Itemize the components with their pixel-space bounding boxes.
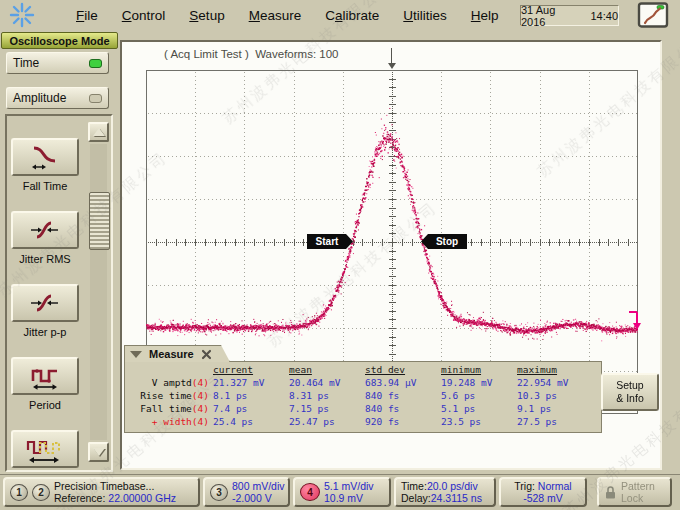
menu-item-help[interactable]: Help — [471, 8, 499, 23]
setup-info-button[interactable]: Setup & Info — [601, 373, 659, 411]
period-button[interactable] — [11, 357, 79, 395]
measure-row-label: Fall time(4) — [125, 402, 213, 415]
agilent-logo-icon — [8, 2, 36, 28]
channel-3-button[interactable]: 3 800 mV/div -2.000 V — [203, 477, 290, 507]
menu-item-setup[interactable]: Setup — [189, 8, 224, 23]
collapse-icon[interactable] — [130, 351, 142, 358]
pattern-label: Pattern — [621, 480, 655, 492]
jitter-pp-icon — [28, 289, 62, 317]
measure-column-header: minimum — [441, 363, 517, 376]
time-label: Time: — [401, 480, 427, 492]
measure-value: 683.94 µV — [365, 376, 441, 389]
trigger-button[interactable]: Trig: Normal -528 mV — [499, 477, 587, 507]
time-reference-arrow-icon — [388, 63, 396, 69]
jitter-p-p-button[interactable] — [11, 284, 79, 322]
channel-3-offset: -2.000 V — [232, 492, 272, 504]
led-on-icon — [89, 59, 102, 68]
measure-column-header: std dev — [365, 363, 441, 376]
menu-item-control[interactable]: Control — [122, 8, 166, 23]
time-mode-label: Time — [13, 56, 89, 70]
measure-value: 9.1 ps — [517, 402, 593, 415]
fall-time-icon — [28, 143, 62, 171]
datetime-display: 31 Aug 2016 14:40 — [520, 5, 619, 26]
menu: FileControlSetupMeasureCalibrateUtilitie… — [76, 0, 499, 30]
scrollbar-up-button[interactable] — [88, 122, 109, 142]
date-label: 31 Aug 2016 — [521, 4, 581, 28]
jitter-rms-button[interactable] — [11, 211, 79, 249]
channel-ground-marker-icon[interactable] — [627, 308, 647, 336]
channel-4-button[interactable]: 4 5.1 mV/div 10.9 mV — [293, 477, 391, 507]
delta-time-button[interactable] — [11, 430, 79, 468]
time-scale-value: 20.0 ps/div — [427, 480, 478, 492]
fall-time-button[interactable] — [11, 138, 79, 176]
time-label: 14:40 — [590, 10, 618, 22]
led-off-icon — [89, 94, 102, 103]
measure-value: 27.5 ps — [517, 415, 593, 428]
menu-item-calibrate[interactable]: Calibrate — [325, 8, 379, 23]
trig-mode-value: Normal — [538, 480, 572, 492]
trig-level-value: -528 mV — [523, 492, 563, 504]
measure-value: 7.4 ps — [213, 402, 289, 415]
start-marker-flag[interactable]: Start — [307, 234, 353, 249]
menu-item-utilities[interactable]: Utilities — [403, 8, 447, 23]
menu-item-file[interactable]: File — [76, 8, 98, 23]
scrollbar-thumb[interactable] — [89, 192, 110, 250]
tool-label: Jitter RMS — [0, 253, 90, 265]
measure-value: 920 fs — [365, 415, 441, 428]
measure-value: 20.464 mV — [289, 376, 365, 389]
lock-label: Lock — [621, 492, 643, 504]
jitter-rms-icon — [28, 216, 62, 244]
delta-time-icon — [26, 434, 64, 464]
pattern-lock-button[interactable]: Pattern Lock — [597, 477, 672, 507]
measure-value: 25.4 ps — [213, 415, 289, 428]
measure-value: 23.5 ps — [441, 415, 517, 428]
precision-timebase-button[interactable]: 1 2 Precision Timebase... Reference: 22.… — [3, 477, 200, 507]
tool-label: Jitter p-p — [0, 326, 90, 338]
close-icon[interactable] — [201, 349, 212, 360]
triangle-down-icon — [93, 448, 105, 456]
amplitude-mode-label: Amplitude — [13, 91, 89, 105]
channel-4-offset: 10.9 mV — [324, 492, 363, 504]
reference-label: Reference: — [54, 492, 105, 504]
setup-info-line1: Setup — [616, 379, 643, 392]
delay-label: Delay: — [401, 492, 431, 504]
measure-tab-label: Measure — [149, 348, 194, 360]
measure-column-header: maximum — [517, 363, 593, 376]
measure-column-header: mean — [289, 363, 365, 376]
measure-value: 22.954 mV — [517, 376, 593, 389]
time-mode-button[interactable]: Time — [6, 52, 109, 74]
measure-value: 8.31 ps — [289, 389, 365, 402]
menu-item-measure[interactable]: Measure — [249, 8, 302, 23]
triangle-up-icon — [93, 128, 105, 136]
stop-marker-flag[interactable]: Stop — [421, 234, 467, 249]
channel-2-button[interactable]: 2 — [32, 484, 50, 501]
channel-1-button[interactable]: 1 — [10, 484, 28, 501]
measure-row: Rise time(4)8.1 ps8.31 ps840 fs5.6 ps10.… — [125, 389, 601, 402]
tool-label: Period — [0, 399, 90, 411]
touchscreen-button[interactable] — [637, 2, 669, 28]
timebase-button[interactable]: Time:20.0 ps/div Delay:24.3115 ns — [394, 477, 496, 507]
measure-value: 10.3 ps — [517, 389, 593, 402]
measure-value: 5.1 ps — [441, 402, 517, 415]
measure-value: 840 fs — [365, 402, 441, 415]
period-icon — [28, 362, 62, 390]
waveform-display: ( Acq Limit Test ) Waveforms: 100 Start … — [120, 40, 662, 470]
channel-3-number: 3 — [210, 484, 228, 501]
time-reference-marker-icon — [391, 48, 392, 64]
measure-value: 7.15 ps — [289, 402, 365, 415]
setup-info-line2: & Info — [616, 392, 643, 405]
measure-panel-tab[interactable]: Measure — [124, 345, 230, 362]
tool-label: Fall Time — [0, 180, 90, 192]
measure-table: currentmeanstd devminimummaximumV amptd(… — [124, 361, 602, 433]
oscilloscope-screen: 苏州波弗光电科技有限公司苏州波弗光电科技有限公司苏州波弗光电科技有限公司苏州波弗… — [0, 0, 680, 510]
measure-header-row: currentmeanstd devminimummaximum — [125, 363, 601, 376]
acq-limit-status: ( Acq Limit Test ) Waveforms: 100 — [164, 48, 338, 60]
measure-row-label: + width(4) — [125, 415, 213, 428]
amplitude-mode-button[interactable]: Amplitude — [6, 87, 109, 109]
scrollbar-down-button[interactable] — [88, 442, 109, 462]
lock-icon — [604, 485, 617, 500]
channel-3-scale: 800 mV/div — [232, 480, 285, 492]
measure-value: 840 fs — [365, 389, 441, 402]
measure-row-label: Rise time(4) — [125, 389, 213, 402]
scrollbar-track[interactable] — [90, 144, 107, 440]
